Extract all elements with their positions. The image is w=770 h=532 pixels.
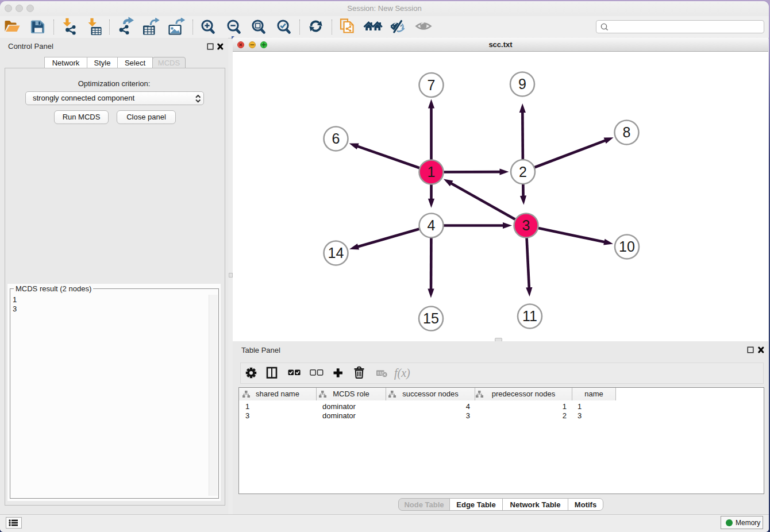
svg-text:3: 3 xyxy=(522,217,530,233)
svg-text:7: 7 xyxy=(428,77,436,93)
svg-text:9: 9 xyxy=(518,76,526,92)
svg-text:8: 8 xyxy=(623,124,631,140)
svg-text:6: 6 xyxy=(332,130,340,147)
svg-text:15: 15 xyxy=(423,310,439,326)
svg-text:4: 4 xyxy=(428,217,436,233)
svg-text:10: 10 xyxy=(619,238,635,255)
svg-text:2: 2 xyxy=(519,164,527,180)
svg-text:1: 1 xyxy=(428,164,436,180)
svg-text:f(x): f(x) xyxy=(394,367,410,380)
svg-text:11: 11 xyxy=(522,308,537,324)
svg-text:14: 14 xyxy=(328,245,344,261)
